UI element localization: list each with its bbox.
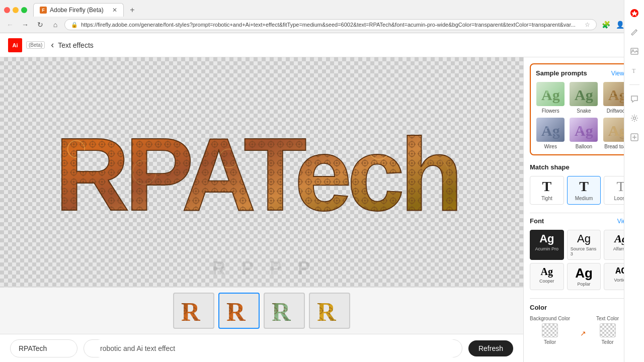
background-color-swatch[interactable]	[542, 323, 558, 337]
text-input[interactable]	[19, 344, 69, 352]
sample-prompts-title: Sample prompts	[536, 69, 587, 77]
star-icon[interactable]: ☆	[585, 21, 590, 28]
sidebar-icon-chat[interactable]	[627, 92, 641, 106]
font-poplar-sample: Ag	[575, 266, 593, 280]
beta-label: (Beta)	[26, 41, 45, 49]
back-icon: ‹	[51, 40, 54, 50]
color-arrow-container: ↗	[580, 322, 586, 345]
prompt-balloon[interactable]: Ag Balloon	[569, 118, 598, 149]
prompt-snake-label: Snake	[577, 108, 591, 114]
thumbnail-3[interactable]: R	[264, 293, 305, 329]
prompt-flowers[interactable]: Ag Flowers	[536, 82, 565, 114]
text-svg: RPATech RPATech	[40, 102, 483, 243]
font-source-sans[interactable]: Ag Source Sans 3	[567, 230, 601, 260]
url-text: https://firefly.adobe.com/generate/font-…	[81, 22, 580, 28]
font-poplar[interactable]: Ag Poplar	[567, 263, 601, 290]
match-shape-title: Match shape	[530, 163, 570, 171]
canvas-column: RPATech RPATech	[0, 57, 523, 362]
prompt-container[interactable]	[84, 339, 462, 357]
tab-close-btn[interactable]: ✕	[112, 7, 117, 14]
ghost-letter-2: P	[242, 258, 255, 279]
prompt-snake[interactable]: Ag Snake	[569, 82, 598, 114]
thumbnail-1[interactable]: R	[173, 293, 214, 329]
sidebar-icon-settings[interactable]	[627, 111, 641, 125]
back-navigation[interactable]: ‹	[51, 40, 54, 50]
color-row: Background Color Teilor ↗ Text Color Tei…	[530, 316, 638, 345]
match-shape-section: Match shape T Tight T Medium T Loose	[530, 163, 638, 205]
reload-btn[interactable]: ↻	[34, 19, 46, 31]
thumbnail-2[interactable]: R	[218, 293, 260, 329]
ghost-letter-3: P	[270, 258, 283, 279]
text-color-swatch[interactable]	[600, 323, 616, 337]
sidebar-right: T	[624, 57, 644, 362]
sample-prompts-grid: Ag Flowers Ag	[536, 82, 632, 149]
logo-text: Ai	[13, 42, 18, 48]
font-cooper-label: Cooper	[539, 279, 554, 284]
svg-rect-47	[610, 122, 625, 137]
teilor-label-1: Teilor	[544, 339, 556, 345]
svg-rect-23	[269, 296, 299, 326]
match-shape-grid: T Tight T Medium T Loose	[530, 176, 638, 205]
font-acumin-pro[interactable]: Ag Acumin Pro	[530, 230, 564, 260]
prompt-flowers-label: Flowers	[542, 108, 559, 114]
app-logo: Ai (Beta)	[8, 38, 45, 52]
font-section: Font View all Ag Acumin Pro Ag Source Sa…	[530, 217, 638, 290]
shape-tight[interactable]: T Tight	[530, 176, 564, 205]
svg-rect-17	[179, 296, 209, 326]
prompt-snake-thumb: Ag	[570, 82, 598, 106]
extensions-btn[interactable]: 🧩	[600, 19, 612, 31]
prompt-wires[interactable]: Ag Wires	[536, 118, 565, 149]
font-acumin-label: Acumin Pro	[535, 246, 559, 251]
prompt-wires-thumb: Ag	[536, 118, 565, 142]
forward-btn[interactable]: →	[19, 19, 31, 31]
font-title: Font	[530, 217, 544, 225]
sidebar-icon-add[interactable]	[627, 130, 641, 144]
shape-tight-letter: T	[542, 179, 551, 194]
svg-point-52	[633, 117, 635, 120]
color-title: Color	[530, 304, 547, 311]
sidebar-icon-text[interactable]: T	[627, 63, 641, 77]
svg-point-44	[580, 123, 588, 131]
window-close-btn[interactable]	[4, 7, 10, 13]
window-minimize-btn[interactable]	[13, 7, 19, 13]
prompt-wires-label: Wires	[544, 144, 557, 149]
browser-tab-active[interactable]: F Adobe Firefly (Beta) ✕	[33, 3, 124, 17]
svg-text:T: T	[632, 67, 636, 74]
text-input-wrapper[interactable]	[10, 339, 77, 357]
new-tab-btn[interactable]: +	[126, 4, 139, 17]
svg-rect-26	[314, 296, 345, 326]
prompt-input[interactable]	[92, 339, 460, 357]
font-grid: Ag Acumin Pro Ag Source Sans 3 Ag Alfarn…	[530, 230, 638, 290]
sidebar-icon-image[interactable]	[627, 57, 641, 58]
background-color-label: Background Color	[530, 316, 570, 321]
font-cooper[interactable]: Ag Cooper	[530, 263, 564, 290]
adobe-logo: Ai	[8, 38, 22, 52]
canvas-area: RPATech RPATech	[0, 57, 523, 287]
browser-nav-bar: ← → ↻ ⌂ 🔒 https://firefly.adobe.com/gene…	[0, 17, 644, 33]
svg-rect-32	[574, 84, 594, 104]
address-bar[interactable]: 🔒 https://firefly.adobe.com/generate/fon…	[64, 19, 597, 30]
app-container: F Adobe Firefly (Beta) ✕ + ← → ↻ ⌂ 🔒 htt…	[0, 0, 644, 362]
ghost-text-row: R P P P	[212, 258, 311, 279]
lock-icon: 🔒	[71, 22, 78, 28]
home-btn[interactable]: ⌂	[49, 19, 61, 31]
refresh-button[interactable]: Refresh	[468, 340, 513, 356]
back-btn[interactable]: ←	[4, 19, 16, 31]
color-arrow-icon: ↗	[580, 329, 586, 337]
thumbnail-4[interactable]: R	[309, 293, 350, 329]
ghost-letter-4: P	[298, 258, 311, 279]
text-stroke: RPATech	[55, 116, 458, 232]
sample-prompts-header: Sample prompts View all	[536, 69, 632, 77]
window-maximize-btn[interactable]	[21, 7, 27, 13]
shape-medium-letter: T	[579, 179, 589, 194]
font-acumin-sample: Ag	[539, 233, 554, 244]
sidebar-divider	[629, 84, 639, 85]
page-title: Text effects	[58, 41, 94, 49]
app-header: Ai (Beta) ‹ Text effects	[0, 33, 644, 57]
shape-medium[interactable]: T Medium	[567, 176, 601, 205]
bottom-bar: Refresh	[0, 334, 523, 362]
thumbnails-row: R R	[0, 287, 523, 334]
ghost-letter-1: R	[212, 258, 226, 279]
text-color-label: Text Color	[596, 316, 619, 321]
tab-title: Adobe Firefly (Beta)	[50, 7, 104, 14]
